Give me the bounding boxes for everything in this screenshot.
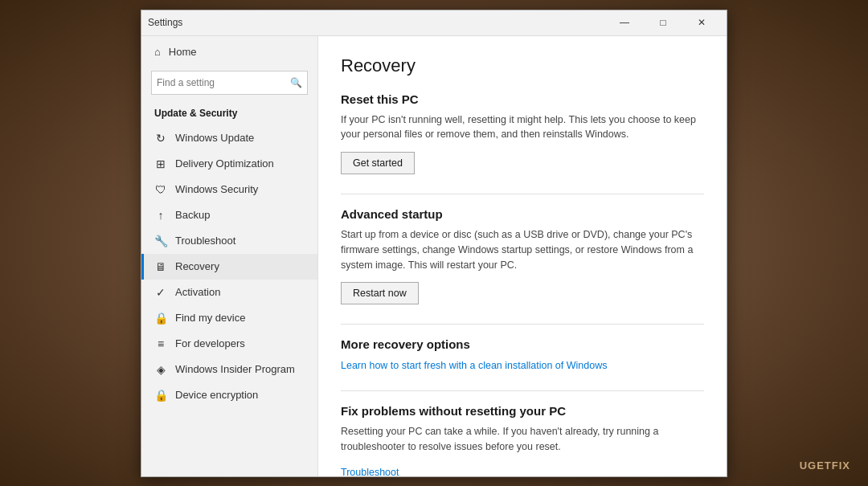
divider-3 <box>341 390 704 391</box>
page-title: Recovery <box>341 55 704 76</box>
troubleshoot-icon: 🔧 <box>154 235 167 247</box>
backup-icon <box>154 209 167 222</box>
sidebar-item-label: Backup <box>175 209 210 221</box>
sidebar-item-label: Find my device <box>175 312 245 324</box>
encryption-icon: 🔒 <box>154 389 167 402</box>
watermark: UGETFIX <box>800 459 850 472</box>
get-started-button[interactable]: Get started <box>341 152 415 174</box>
home-icon <box>154 46 161 58</box>
sidebar-item-windows-insider[interactable]: ◈ Windows Insider Program <box>141 357 317 382</box>
advanced-startup-title: Advanced startup <box>341 207 704 221</box>
sidebar-item-label: Windows Security <box>175 183 258 195</box>
reset-pc-title: Reset this PC <box>341 92 704 106</box>
main-content: Recovery Reset this PC If your PC isn't … <box>318 36 727 476</box>
more-recovery-title: More recovery options <box>341 337 704 351</box>
sidebar-item-label: Troubleshoot <box>175 235 235 247</box>
fix-problems-title: Fix problems without resetting your PC <box>341 404 704 418</box>
maximize-button[interactable]: □ <box>645 10 682 35</box>
reset-pc-text: If your PC isn't running well, resetting… <box>341 112 704 143</box>
sidebar-section-title: Update & Security <box>141 103 317 124</box>
recovery-icon: 🖥 <box>154 260 167 273</box>
divider-2 <box>341 324 704 325</box>
insider-icon: ◈ <box>154 363 167 376</box>
sidebar-item-label: Device encryption <box>175 389 258 401</box>
search-input[interactable] <box>157 77 290 88</box>
sidebar-item-delivery-optimization[interactable]: ⊞ Delivery Optimization <box>141 151 317 177</box>
sidebar-item-recovery[interactable]: 🖥 Recovery <box>141 254 317 280</box>
advanced-startup-text: Start up from a device or disc (such as … <box>341 227 704 272</box>
window-content: Home 🔍 Update & Security Windows Update … <box>141 36 727 476</box>
sidebar-item-backup[interactable]: Backup <box>141 202 317 228</box>
divider-1 <box>341 194 704 194</box>
sidebar-item-label: Activation <box>175 286 220 298</box>
settings-window: Settings — □ ✕ Home 🔍 Update & Security … <box>141 10 727 477</box>
security-icon: 🛡 <box>154 183 167 196</box>
title-bar: Settings — □ ✕ <box>141 10 727 36</box>
sidebar-item-label: Windows Insider Program <box>175 363 295 375</box>
close-button[interactable]: ✕ <box>683 10 720 35</box>
update-icon <box>154 132 167 145</box>
sidebar-item-windows-update[interactable]: Windows Update <box>141 125 317 151</box>
sidebar-item-windows-security[interactable]: 🛡 Windows Security <box>141 177 317 202</box>
search-icon[interactable]: 🔍 <box>290 77 302 88</box>
sidebar: Home 🔍 Update & Security Windows Update … <box>141 36 318 476</box>
sidebar-item-home[interactable]: Home <box>141 36 317 67</box>
find-device-icon: 🔒 <box>154 312 167 325</box>
clean-install-link[interactable]: Learn how to start fresh with a clean in… <box>341 360 607 371</box>
search-box[interactable]: 🔍 <box>151 71 308 95</box>
minimize-button[interactable]: — <box>606 10 643 35</box>
delivery-icon: ⊞ <box>154 157 167 170</box>
sidebar-item-label: For developers <box>175 337 245 349</box>
troubleshoot-link[interactable]: Troubleshoot <box>341 467 399 476</box>
developer-icon: ≡ <box>154 337 167 350</box>
sidebar-item-device-encryption[interactable]: 🔒 Device encryption <box>141 382 317 408</box>
sidebar-item-find-my-device[interactable]: 🔒 Find my device <box>141 305 317 331</box>
sidebar-home-label: Home <box>169 46 197 58</box>
sidebar-item-activation[interactable]: ✓ Activation <box>141 280 317 305</box>
fix-problems-text: Resetting your PC can take a while. If y… <box>341 424 704 455</box>
sidebar-item-for-developers[interactable]: ≡ For developers <box>141 331 317 357</box>
sidebar-item-label: Recovery <box>175 260 219 272</box>
sidebar-item-label: Delivery Optimization <box>175 157 274 169</box>
activation-icon: ✓ <box>154 286 167 299</box>
sidebar-item-label: Windows Update <box>175 132 254 144</box>
sidebar-item-troubleshoot[interactable]: 🔧 Troubleshoot <box>141 228 317 254</box>
window-title: Settings <box>148 17 182 28</box>
restart-now-button[interactable]: Restart now <box>341 282 419 304</box>
window-controls: — □ ✕ <box>606 10 720 35</box>
